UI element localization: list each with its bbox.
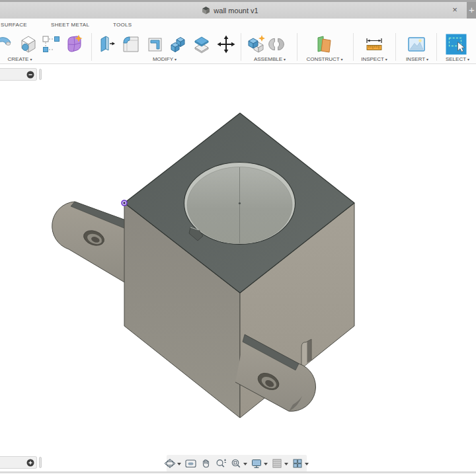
fit-icon xyxy=(230,457,242,469)
side-notch[interactable] xyxy=(301,339,311,368)
fit-button[interactable] xyxy=(229,456,249,471)
close-tab-icon[interactable]: × xyxy=(450,5,460,15)
fusion-window: wall mount v1 × + SURFACE SHEET METAL TO… xyxy=(0,0,476,476)
vertex-marker[interactable] xyxy=(122,200,127,206)
grid-and-snaps-button[interactable] xyxy=(270,456,290,471)
divider xyxy=(241,33,241,61)
model-wall-mount[interactable] xyxy=(0,64,476,471)
document-tab-bar: wall mount v1 × + xyxy=(0,0,476,19)
zoom-button[interactable] xyxy=(214,456,229,471)
inspect-group-label[interactable]: INSPECT▾ xyxy=(357,56,391,62)
insert-group-label[interactable]: INSERT▾ xyxy=(402,56,432,62)
document-cube-icon xyxy=(202,6,210,15)
timeline-panel-handle[interactable] xyxy=(39,457,42,468)
construction-plane-icon[interactable] xyxy=(313,34,335,55)
tab-strip: + xyxy=(467,2,476,19)
press-pull-icon[interactable] xyxy=(96,34,117,55)
chevron-down-icon[interactable] xyxy=(284,463,288,465)
document-title: wall mount v1 xyxy=(214,7,258,15)
divider xyxy=(91,33,92,61)
offset-face-icon[interactable] xyxy=(191,34,212,55)
document-tab[interactable]: wall mount v1 × xyxy=(0,2,467,19)
pan-hand-icon xyxy=(200,457,212,469)
chevron-down-icon[interactable] xyxy=(243,463,247,465)
grid-icon xyxy=(271,457,283,469)
viewport[interactable] xyxy=(0,64,476,471)
browser-panel-handle[interactable] xyxy=(39,69,42,80)
create-form-icon[interactable] xyxy=(63,34,84,55)
select-icon[interactable] xyxy=(446,34,467,55)
display-settings-icon xyxy=(251,457,262,469)
display-settings-button[interactable] xyxy=(249,456,270,471)
tab-sheet-metal[interactable]: SHEET METAL xyxy=(51,22,89,28)
navigation-toolbar xyxy=(167,455,307,472)
document-tab-title: wall mount v1 xyxy=(202,6,258,15)
orbit-button[interactable] xyxy=(163,456,183,471)
modify-group-label[interactable]: MODIFY▾ xyxy=(145,56,184,62)
insert-image-icon[interactable] xyxy=(406,34,427,55)
chevron-down-icon[interactable] xyxy=(177,463,181,465)
create-group-label[interactable]: CREATE▾ xyxy=(1,56,38,62)
tab-tools[interactable]: TOOLS xyxy=(113,22,132,28)
left-mounting-tab[interactable] xyxy=(52,202,126,283)
divider xyxy=(395,33,396,61)
viewports-button[interactable] xyxy=(290,456,311,471)
zoom-icon xyxy=(215,457,227,469)
sweep-icon[interactable] xyxy=(0,34,13,55)
sketch-pattern-icon[interactable] xyxy=(40,34,61,55)
timeline-panel-collapsed[interactable] xyxy=(0,456,37,469)
look-at-icon xyxy=(184,457,197,469)
divider xyxy=(436,33,437,61)
window-bottom-edge xyxy=(0,471,476,473)
orbit-icon xyxy=(164,457,176,469)
select-group-label[interactable]: SELECT▾ xyxy=(440,56,475,62)
divider xyxy=(353,33,354,61)
collapse-minus-icon[interactable] xyxy=(26,71,34,79)
ribbon: SURFACE SHEET METAL TOOLS xyxy=(0,19,476,64)
model-bore[interactable] xyxy=(184,163,296,245)
measure-icon[interactable] xyxy=(364,34,385,55)
construct-group-label[interactable]: CONSTRUCT▾ xyxy=(303,56,346,62)
hole-icon[interactable] xyxy=(18,34,39,55)
chevron-down-icon[interactable] xyxy=(305,463,309,465)
pan-button[interactable] xyxy=(198,456,214,471)
chevron-down-icon[interactable] xyxy=(264,463,268,465)
fillet-icon[interactable] xyxy=(120,34,141,55)
move-icon[interactable] xyxy=(216,34,237,55)
combine-icon[interactable] xyxy=(168,34,189,55)
expand-plus-icon[interactable] xyxy=(26,459,34,467)
browser-panel-collapsed[interactable] xyxy=(0,68,37,81)
bore-center-point[interactable] xyxy=(239,202,241,204)
joint-icon[interactable] xyxy=(267,34,286,55)
new-component-icon[interactable] xyxy=(246,34,267,55)
viewports-icon xyxy=(292,457,303,469)
look-at-button[interactable] xyxy=(183,456,198,471)
shell-icon[interactable] xyxy=(144,34,165,55)
divider xyxy=(297,33,298,61)
tab-surface[interactable]: SURFACE xyxy=(1,22,27,28)
new-tab-icon[interactable]: + xyxy=(469,4,475,15)
assemble-group-label[interactable]: ASSEMBLE▾ xyxy=(249,56,291,62)
